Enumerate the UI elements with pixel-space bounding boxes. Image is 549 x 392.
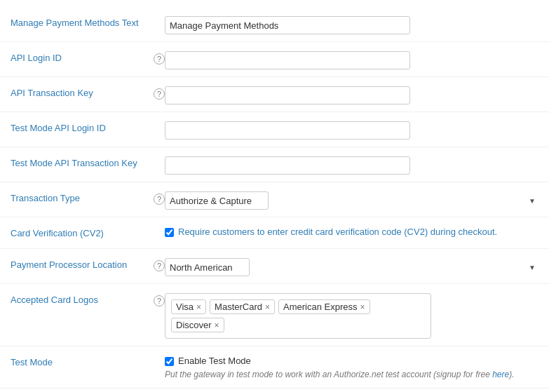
card-verification-checkbox[interactable] <box>165 228 174 237</box>
test-api-transaction-label-col: Test Mode API Transaction Key <box>11 154 165 168</box>
card-tag-amex-remove[interactable]: × <box>360 303 365 311</box>
test-mode-checkbox-row: Enable Test Mode <box>165 356 538 366</box>
payment-processor-help-icon[interactable]: ? <box>154 260 165 271</box>
card-verification-row: Card Verification (CV2) Require customer… <box>0 217 549 249</box>
transaction-type-help-icon[interactable]: ? <box>154 194 165 205</box>
transaction-type-control: Authorize & Capture Authorize Only ▼ <box>165 189 538 210</box>
accepted-cards-help-icon[interactable]: ? <box>154 295 165 306</box>
test-api-transaction-input[interactable] <box>165 156 410 175</box>
card-tag-mastercard: MasterCard × <box>210 299 275 314</box>
test-mode-signup-link[interactable]: here <box>492 370 509 379</box>
card-tag-visa-label: Visa <box>176 302 194 312</box>
payment-processor-label-col: Payment Processor Location ? <box>11 256 165 271</box>
test-api-login-label-col: Test Mode API Login ID <box>11 119 165 133</box>
payment-processor-row: Payment Processor Location ? North Ameri… <box>0 249 549 284</box>
transaction-type-select-wrap: Authorize & Capture Authorize Only ▼ <box>165 191 538 210</box>
card-verification-control: Require customers to enter credit card v… <box>165 224 538 237</box>
card-tag-discover-label: Discover <box>176 320 212 330</box>
manage-payment-text-control <box>165 14 538 34</box>
payment-processor-dropdown-arrow: ▼ <box>529 264 536 271</box>
transaction-type-row: Transaction Type ? Authorize & Capture A… <box>0 182 549 217</box>
payment-processor-control: North American European ▼ <box>165 256 538 276</box>
card-tag-mastercard-label: MasterCard <box>215 302 262 312</box>
debug-mode-row: Debug Mode ? Show on Checkout Page Log t… <box>0 388 549 392</box>
api-login-id-label: API Login ID <box>11 53 149 63</box>
card-verification-label-col: Card Verification (CV2) <box>11 224 165 238</box>
api-login-id-label-col: API Login ID ? <box>11 49 165 65</box>
api-login-id-help-icon[interactable]: ? <box>154 53 165 65</box>
card-tag-discover-remove[interactable]: × <box>215 321 219 330</box>
test-mode-note-end: ). <box>509 370 514 379</box>
api-transaction-key-label: API Transaction Key <box>11 88 149 98</box>
test-mode-section: Enable Test Mode Put the gateway in test… <box>165 356 538 381</box>
settings-form: Manage Payment Methods Text API Login ID… <box>0 0 549 392</box>
test-mode-checkbox-label: Enable Test Mode <box>178 356 251 366</box>
test-mode-checkbox[interactable] <box>165 357 174 366</box>
api-transaction-key-row: API Transaction Key ? <box>0 77 549 112</box>
test-api-login-label: Test Mode API Login ID <box>11 123 165 133</box>
api-login-id-control <box>165 49 538 69</box>
manage-payment-text-label-col: Manage Payment Methods Text <box>11 14 165 28</box>
test-api-login-input[interactable] <box>165 121 410 140</box>
api-transaction-key-label-col: API Transaction Key ? <box>11 84 165 100</box>
test-mode-note-text: Put the gateway in test mode to work wit… <box>165 370 492 379</box>
card-verification-checkbox-row: Require customers to enter credit card v… <box>165 227 538 237</box>
card-tag-visa: Visa × <box>171 299 206 314</box>
accepted-cards-control: Visa × MasterCard × American Express × D… <box>165 291 538 339</box>
card-tag-visa-remove[interactable]: × <box>196 303 201 311</box>
transaction-type-label-col: Transaction Type ? <box>11 189 165 205</box>
card-verification-label: Card Verification (CV2) <box>11 228 165 238</box>
transaction-type-label: Transaction Type <box>11 193 149 203</box>
test-mode-label-col: Test Mode <box>11 353 165 367</box>
api-login-id-row: API Login ID ? <box>0 42 549 77</box>
test-mode-control: Enable Test Mode Put the gateway in test… <box>165 353 538 381</box>
accepted-cards-label-col: Accepted Card Logos ? <box>11 291 165 306</box>
transaction-type-dropdown-arrow: ▼ <box>529 197 536 205</box>
payment-processor-label: Payment Processor Location <box>11 259 149 270</box>
payment-processor-select[interactable]: North American European <box>165 258 250 276</box>
api-transaction-key-input[interactable] <box>165 86 410 104</box>
accepted-cards-row: Accepted Card Logos ? Visa × MasterCard … <box>0 284 549 346</box>
manage-payment-text-label: Manage Payment Methods Text <box>11 18 165 28</box>
manage-payment-text-row: Manage Payment Methods Text <box>0 7 549 42</box>
transaction-type-select[interactable]: Authorize & Capture Authorize Only <box>165 191 269 210</box>
test-api-transaction-control <box>165 154 538 175</box>
card-tag-mastercard-remove[interactable]: × <box>265 303 270 311</box>
manage-payment-text-input[interactable] <box>165 16 410 34</box>
test-api-login-row: Test Mode API Login ID <box>0 112 549 147</box>
card-verification-text: Require customers to enter credit card v… <box>178 227 497 237</box>
test-mode-label: Test Mode <box>11 357 165 367</box>
card-tag-amex-label: American Express <box>283 302 357 312</box>
test-mode-note: Put the gateway in test mode to work wit… <box>165 369 515 381</box>
card-logos-container: Visa × MasterCard × American Express × D… <box>165 293 431 339</box>
accepted-cards-label: Accepted Card Logos <box>11 295 149 305</box>
payment-processor-select-wrap: North American European ▼ <box>165 258 538 276</box>
api-transaction-key-control <box>165 84 538 104</box>
card-tag-amex: American Express × <box>278 299 370 314</box>
api-login-id-input[interactable] <box>165 51 410 69</box>
test-api-login-control <box>165 119 538 140</box>
api-transaction-key-help-icon[interactable]: ? <box>154 88 165 100</box>
test-api-transaction-row: Test Mode API Transaction Key <box>0 147 549 182</box>
test-mode-row: Test Mode Enable Test Mode Put the gatew… <box>0 346 549 388</box>
card-tag-discover: Discover × <box>171 318 224 332</box>
test-api-transaction-label: Test Mode API Transaction Key <box>11 158 165 168</box>
